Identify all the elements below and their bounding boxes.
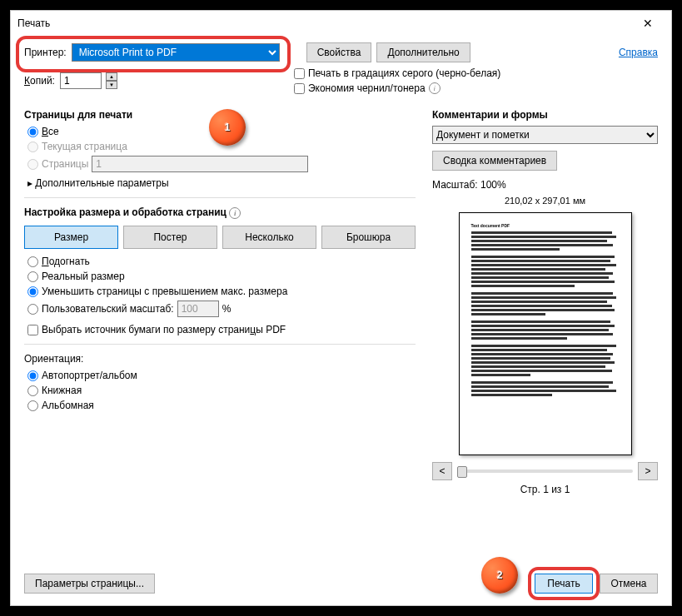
fit-label: Подогнать xyxy=(42,256,90,267)
page-setup-button[interactable]: Параметры страницы... xyxy=(24,574,155,594)
percent-label: % xyxy=(222,303,231,315)
auto-orient-radio[interactable] xyxy=(27,370,38,381)
auto-orient-label: Автопортрет/альбом xyxy=(42,370,137,381)
cancel-button[interactable]: Отмена xyxy=(600,574,658,594)
info-icon[interactable]: i xyxy=(229,207,241,219)
orientation-title: Ориентация: xyxy=(24,353,416,365)
pages-all-radio[interactable] xyxy=(27,127,38,137)
pages-current-radio xyxy=(27,142,38,152)
grayscale-checkbox[interactable] xyxy=(294,68,305,79)
print-button[interactable]: Печать xyxy=(535,574,593,594)
help-link[interactable]: Справка xyxy=(619,47,658,58)
advanced-button[interactable]: Дополнительно xyxy=(376,42,470,62)
comments-title: Комментарии и формы xyxy=(432,109,658,121)
booklet-tab[interactable]: Брошюра xyxy=(321,226,416,249)
comments-select[interactable]: Документ и пометки xyxy=(432,126,658,144)
custom-scale-input xyxy=(177,301,219,317)
copies-spinner[interactable]: ▲ ▼ xyxy=(106,72,117,89)
multiple-tab[interactable]: Несколько xyxy=(222,226,316,249)
prev-page-button[interactable]: < xyxy=(432,462,452,480)
portrait-radio[interactable] xyxy=(27,385,38,396)
landscape-radio[interactable] xyxy=(27,400,38,411)
shrink-radio[interactable] xyxy=(27,286,38,297)
fit-radio[interactable] xyxy=(27,256,38,267)
dimensions-info: 210,02 x 297,01 мм xyxy=(432,196,658,206)
sizing-section-title: Настройка размера и обработка страниц i xyxy=(24,206,416,219)
spinner-up-icon[interactable]: ▲ xyxy=(106,72,117,81)
scale-info: Масштаб: 100% xyxy=(432,179,658,191)
comments-summary-button[interactable]: Сводка комментариев xyxy=(432,151,557,171)
pages-range-radio xyxy=(27,159,38,170)
poster-tab[interactable]: Постер xyxy=(123,226,217,249)
grayscale-label: Печать в градациях серого (черно-белая) xyxy=(308,67,500,79)
size-tab[interactable]: Размер xyxy=(24,226,118,249)
pages-range-input xyxy=(92,156,308,172)
titlebar: Печать ✕ xyxy=(11,11,671,36)
paper-source-checkbox[interactable] xyxy=(27,325,38,335)
copies-label: Копий: xyxy=(24,75,55,87)
properties-button[interactable]: Свойства xyxy=(306,42,372,62)
page-preview: Text document PDF xyxy=(459,212,632,455)
pages-current-label: Текущая страница xyxy=(42,141,127,152)
actual-radio[interactable] xyxy=(27,271,38,282)
annotation-callout-2: 2 xyxy=(481,557,518,594)
page-count: Стр. 1 из 1 xyxy=(432,484,658,495)
portrait-label: Книжная xyxy=(42,385,82,396)
actual-label: Реальный размер xyxy=(42,271,125,282)
pages-range-label: Страницы xyxy=(42,158,88,170)
printer-label: Принтер: xyxy=(24,47,67,58)
spinner-down-icon[interactable]: ▼ xyxy=(106,81,117,89)
print-dialog: Печать ✕ Принтер: Microsoft Print to PDF… xyxy=(10,10,672,606)
close-icon[interactable]: ✕ xyxy=(631,17,665,30)
printer-select[interactable]: Microsoft Print to PDF xyxy=(72,43,280,62)
custom-label: Пользовательский масштаб: xyxy=(42,303,174,315)
info-icon[interactable]: i xyxy=(429,82,441,94)
page-slider[interactable] xyxy=(457,469,633,473)
savetoner-checkbox[interactable] xyxy=(294,83,305,94)
dialog-title: Печать xyxy=(17,17,631,29)
annotation-callout-1: 1 xyxy=(209,109,246,146)
landscape-label: Альбомная xyxy=(42,400,94,411)
pages-all-label: Все xyxy=(42,126,59,137)
next-page-button[interactable]: > xyxy=(638,462,658,480)
copies-input[interactable] xyxy=(60,72,102,89)
more-params-disclosure[interactable]: ▸ Дополнительные параметры xyxy=(24,177,416,189)
custom-radio[interactable] xyxy=(27,304,38,315)
shrink-label: Уменьшить страницы с превышением макс. р… xyxy=(42,286,287,297)
paper-source-label: Выбрать источник бумаги по размеру стран… xyxy=(42,324,286,335)
savetoner-label: Экономия чернил/тонера xyxy=(308,82,426,94)
